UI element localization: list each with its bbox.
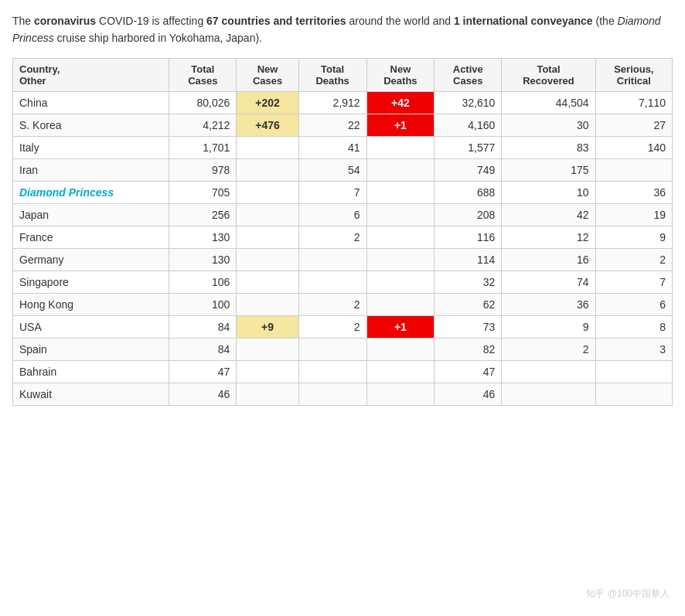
cell-active-cases: 1,577 bbox=[435, 136, 502, 158]
cell-new-deaths bbox=[366, 158, 435, 181]
table-row: Iran97854749175 bbox=[13, 158, 673, 181]
cell-serious-critical: 7,110 bbox=[595, 91, 672, 114]
table-row: Japan25662084219 bbox=[13, 203, 673, 226]
cell-total-recovered: 42 bbox=[502, 203, 595, 226]
cell-new-deaths: +1 bbox=[366, 315, 435, 338]
cell-total-deaths: 2 bbox=[298, 226, 366, 248]
cell-total-cases: 4,212 bbox=[169, 114, 237, 136]
cell-new-cases bbox=[237, 136, 298, 158]
cell-active-cases: 62 bbox=[435, 293, 502, 315]
cell-country: Spain bbox=[13, 338, 169, 360]
table-row: Kuwait4646 bbox=[13, 383, 673, 405]
table-row: China80,026+2022,912+4232,61044,5047,110 bbox=[13, 91, 673, 114]
cell-total-cases: 1,701 bbox=[169, 136, 237, 158]
cell-serious-critical: 27 bbox=[595, 114, 672, 136]
col-header-country: Country,Other bbox=[13, 58, 169, 91]
table-header-row: Country,Other TotalCases NewCases TotalD… bbox=[13, 58, 673, 91]
cell-total-cases: 130 bbox=[169, 248, 237, 271]
cell-total-deaths: 22 bbox=[298, 114, 366, 136]
cell-new-cases: +202 bbox=[237, 91, 298, 114]
cell-total-deaths: 41 bbox=[298, 136, 366, 158]
table-row: USA84+92+17398 bbox=[13, 315, 673, 338]
cell-new-deaths: +42 bbox=[366, 91, 435, 114]
cell-total-deaths: 6 bbox=[298, 203, 366, 226]
cell-total-deaths: 54 bbox=[298, 158, 366, 181]
table-row: France1302116129 bbox=[13, 226, 673, 248]
cell-serious-critical bbox=[595, 360, 672, 383]
table-row: S. Korea4,212+47622+14,1603027 bbox=[13, 114, 673, 136]
cell-total-recovered: 44,504 bbox=[502, 91, 595, 114]
cell-total-cases: 106 bbox=[169, 271, 237, 293]
cell-total-recovered: 10 bbox=[502, 181, 595, 203]
cell-active-cases: 73 bbox=[435, 315, 502, 338]
cell-total-deaths bbox=[298, 248, 366, 271]
cell-total-cases: 80,026 bbox=[169, 91, 237, 114]
cell-new-deaths bbox=[366, 203, 435, 226]
cell-new-cases bbox=[237, 248, 298, 271]
cell-country: Japan bbox=[13, 203, 169, 226]
col-header-new-deaths: NewDeaths bbox=[366, 58, 435, 91]
cell-new-deaths bbox=[366, 293, 435, 315]
cell-new-deaths bbox=[366, 136, 435, 158]
cell-total-recovered bbox=[502, 383, 595, 405]
cell-new-deaths bbox=[366, 181, 435, 203]
col-header-total-recovered: TotalRecovered bbox=[502, 58, 595, 91]
cell-total-deaths: 2,912 bbox=[298, 91, 366, 114]
cell-country: Germany bbox=[13, 248, 169, 271]
cell-total-recovered: 9 bbox=[502, 315, 595, 338]
cell-total-deaths: 2 bbox=[298, 315, 366, 338]
covid-table: Country,Other TotalCases NewCases TotalD… bbox=[12, 58, 673, 406]
table-row: Singapore10632747 bbox=[13, 271, 673, 293]
col-header-serious-critical: Serious,Critical bbox=[595, 58, 672, 91]
cell-country: Hong Kong bbox=[13, 293, 169, 315]
cell-total-cases: 705 bbox=[169, 181, 237, 203]
cell-serious-critical: 6 bbox=[595, 293, 672, 315]
cell-active-cases: 749 bbox=[435, 158, 502, 181]
col-header-total-deaths: TotalDeaths bbox=[298, 58, 366, 91]
cell-total-recovered: 12 bbox=[502, 226, 595, 248]
cell-new-cases bbox=[237, 158, 298, 181]
cell-serious-critical: 36 bbox=[595, 181, 672, 203]
cell-total-cases: 256 bbox=[169, 203, 237, 226]
cell-serious-critical bbox=[595, 158, 672, 181]
cell-total-cases: 46 bbox=[169, 383, 237, 405]
cell-new-cases bbox=[237, 181, 298, 203]
cell-country: France bbox=[13, 226, 169, 248]
table-row: Germany130114162 bbox=[13, 248, 673, 271]
cell-total-recovered: 2 bbox=[502, 338, 595, 360]
table-row: Hong Kong100262366 bbox=[13, 293, 673, 315]
cell-new-cases: +9 bbox=[237, 315, 298, 338]
cell-new-cases bbox=[237, 360, 298, 383]
cell-active-cases: 116 bbox=[435, 226, 502, 248]
cell-new-cases bbox=[237, 226, 298, 248]
table-row: Spain848223 bbox=[13, 338, 673, 360]
cell-total-cases: 84 bbox=[169, 315, 237, 338]
cell-serious-critical: 7 bbox=[595, 271, 672, 293]
table-row: Bahrain4747 bbox=[13, 360, 673, 383]
cell-total-cases: 978 bbox=[169, 158, 237, 181]
cell-country: Singapore bbox=[13, 271, 169, 293]
cell-new-deaths: +1 bbox=[366, 114, 435, 136]
cell-active-cases: 688 bbox=[435, 181, 502, 203]
cell-total-cases: 100 bbox=[169, 293, 237, 315]
cell-serious-critical: 8 bbox=[595, 315, 672, 338]
cell-total-recovered: 16 bbox=[502, 248, 595, 271]
cell-total-recovered: 36 bbox=[502, 293, 595, 315]
cell-new-deaths bbox=[366, 248, 435, 271]
cell-active-cases: 114 bbox=[435, 248, 502, 271]
table-row: Italy1,701411,57783140 bbox=[13, 136, 673, 158]
cell-new-deaths bbox=[366, 360, 435, 383]
cell-active-cases: 47 bbox=[435, 360, 502, 383]
cell-total-recovered: 74 bbox=[502, 271, 595, 293]
cell-country: Italy bbox=[13, 136, 169, 158]
cell-active-cases: 4,160 bbox=[435, 114, 502, 136]
cell-total-deaths bbox=[298, 271, 366, 293]
cell-active-cases: 82 bbox=[435, 338, 502, 360]
cell-new-cases bbox=[237, 203, 298, 226]
col-header-total-cases: TotalCases bbox=[169, 58, 237, 91]
cell-total-recovered: 175 bbox=[502, 158, 595, 181]
cell-new-deaths bbox=[366, 338, 435, 360]
cell-active-cases: 32 bbox=[435, 271, 502, 293]
col-header-new-cases: NewCases bbox=[237, 58, 298, 91]
cell-active-cases: 208 bbox=[435, 203, 502, 226]
